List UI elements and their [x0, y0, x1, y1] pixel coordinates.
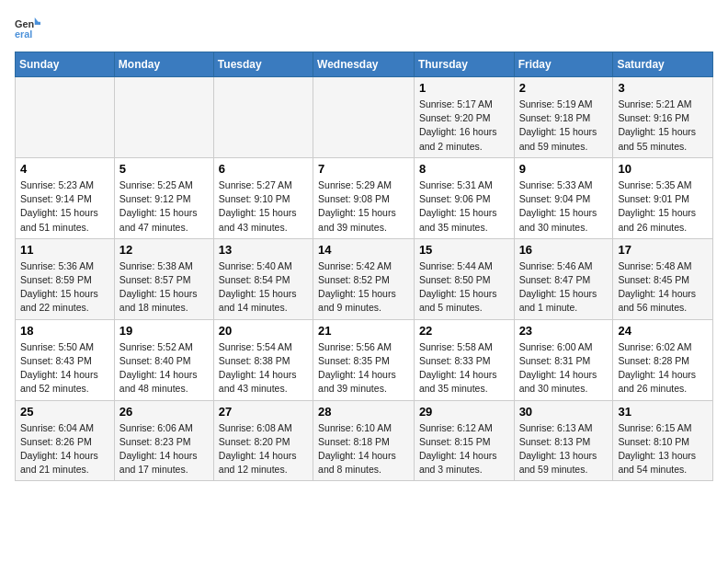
day-cell: 24Sunrise: 6:02 AMSunset: 8:28 PMDayligh… [613, 319, 713, 400]
week-row-5: 25Sunrise: 6:04 AMSunset: 8:26 PMDayligh… [16, 400, 713, 481]
day-cell: 4Sunrise: 5:23 AMSunset: 9:14 PMDaylight… [16, 157, 115, 238]
day-number: 11 [20, 243, 109, 257]
day-number: 10 [618, 162, 708, 176]
day-cell: 20Sunrise: 5:54 AMSunset: 8:38 PMDayligh… [213, 319, 313, 400]
day-cell: 15Sunrise: 5:44 AMSunset: 8:50 PMDayligh… [414, 238, 514, 319]
day-info: Sunrise: 5:35 AMSunset: 9:01 PMDaylight:… [618, 178, 708, 235]
day-info: Sunrise: 6:13 AMSunset: 8:13 PMDaylight:… [519, 421, 609, 477]
day-number: 2 [519, 81, 609, 95]
day-cell [114, 77, 213, 158]
day-number: 17 [618, 243, 708, 257]
day-number: 27 [219, 405, 308, 419]
day-number: 13 [219, 243, 308, 257]
day-info: Sunrise: 5:23 AMSunset: 9:14 PMDaylight:… [20, 178, 109, 235]
week-row-4: 18Sunrise: 5:50 AMSunset: 8:43 PMDayligh… [16, 319, 713, 400]
day-cell: 21Sunrise: 5:56 AMSunset: 8:35 PMDayligh… [313, 319, 415, 400]
header: Gen eral [15, 15, 713, 40]
day-cell: 2Sunrise: 5:19 AMSunset: 9:18 PMDaylight… [514, 77, 613, 158]
day-cell: 10Sunrise: 5:35 AMSunset: 9:01 PMDayligh… [613, 157, 713, 238]
day-cell: 7Sunrise: 5:29 AMSunset: 9:08 PMDaylight… [313, 157, 415, 238]
header-monday: Monday [114, 52, 213, 77]
header-sunday: Sunday [16, 52, 115, 77]
day-info: Sunrise: 5:58 AMSunset: 8:33 PMDaylight:… [419, 340, 509, 396]
day-info: Sunrise: 5:29 AMSunset: 9:08 PMDaylight:… [318, 178, 409, 235]
logo-icon: Gen eral [15, 15, 40, 40]
day-info: Sunrise: 6:02 AMSunset: 8:28 PMDaylight:… [618, 340, 708, 396]
day-number: 1 [419, 81, 509, 95]
day-number: 22 [419, 324, 509, 338]
week-row-2: 4Sunrise: 5:23 AMSunset: 9:14 PMDaylight… [16, 157, 713, 238]
day-number: 8 [419, 162, 509, 176]
day-number: 28 [318, 405, 409, 419]
day-info: Sunrise: 5:44 AMSunset: 8:50 PMDaylight:… [419, 259, 509, 316]
day-info: Sunrise: 5:50 AMSunset: 8:43 PMDaylight:… [20, 340, 109, 396]
day-cell: 8Sunrise: 5:31 AMSunset: 9:06 PMDaylight… [414, 157, 514, 238]
day-info: Sunrise: 5:27 AMSunset: 9:10 PMDaylight:… [219, 178, 308, 235]
day-cell: 28Sunrise: 6:10 AMSunset: 8:18 PMDayligh… [313, 400, 415, 481]
day-cell: 16Sunrise: 5:46 AMSunset: 8:47 PMDayligh… [514, 238, 613, 319]
day-info: Sunrise: 5:40 AMSunset: 8:54 PMDaylight:… [219, 259, 308, 316]
day-cell: 6Sunrise: 5:27 AMSunset: 9:10 PMDaylight… [213, 157, 313, 238]
day-info: Sunrise: 5:33 AMSunset: 9:04 PMDaylight:… [519, 178, 609, 235]
day-cell: 27Sunrise: 6:08 AMSunset: 8:20 PMDayligh… [213, 400, 313, 481]
day-cell: 31Sunrise: 6:15 AMSunset: 8:10 PMDayligh… [613, 400, 713, 481]
header-friday: Friday [514, 52, 613, 77]
day-info: Sunrise: 5:52 AMSunset: 8:40 PMDaylight:… [119, 340, 209, 396]
day-cell: 12Sunrise: 5:38 AMSunset: 8:57 PMDayligh… [114, 238, 213, 319]
day-number: 4 [20, 162, 109, 176]
day-info: Sunrise: 5:31 AMSunset: 9:06 PMDaylight:… [419, 178, 509, 235]
week-row-3: 11Sunrise: 5:36 AMSunset: 8:59 PMDayligh… [16, 238, 713, 319]
day-info: Sunrise: 6:04 AMSunset: 8:26 PMDaylight:… [20, 421, 109, 477]
day-cell: 9Sunrise: 5:33 AMSunset: 9:04 PMDaylight… [514, 157, 613, 238]
day-cell: 17Sunrise: 5:48 AMSunset: 8:45 PMDayligh… [613, 238, 713, 319]
day-info: Sunrise: 5:21 AMSunset: 9:16 PMDaylight:… [618, 98, 708, 154]
svg-rect-3 [35, 22, 40, 25]
day-number: 20 [219, 324, 308, 338]
day-info: Sunrise: 5:17 AMSunset: 9:20 PMDaylight:… [419, 98, 509, 154]
day-cell: 26Sunrise: 6:06 AMSunset: 8:23 PMDayligh… [114, 400, 213, 481]
day-number: 30 [519, 405, 609, 419]
day-info: Sunrise: 5:19 AMSunset: 9:18 PMDaylight:… [519, 98, 609, 154]
day-info: Sunrise: 5:25 AMSunset: 9:12 PMDaylight:… [119, 178, 209, 235]
day-number: 29 [419, 405, 509, 419]
day-number: 16 [519, 243, 609, 257]
day-cell [213, 77, 313, 158]
header-wednesday: Wednesday [313, 52, 415, 77]
calendar-header-row: SundayMondayTuesdayWednesdayThursdayFrid… [16, 52, 713, 77]
day-number: 3 [618, 81, 708, 95]
logo: Gen eral [15, 15, 44, 40]
day-info: Sunrise: 6:00 AMSunset: 8:31 PMDaylight:… [519, 340, 609, 396]
day-cell: 30Sunrise: 6:13 AMSunset: 8:13 PMDayligh… [514, 400, 613, 481]
day-number: 26 [119, 405, 209, 419]
day-cell: 3Sunrise: 5:21 AMSunset: 9:16 PMDaylight… [613, 77, 713, 158]
day-info: Sunrise: 6:10 AMSunset: 8:18 PMDaylight:… [318, 421, 409, 477]
day-cell: 23Sunrise: 6:00 AMSunset: 8:31 PMDayligh… [514, 319, 613, 400]
day-number: 21 [318, 324, 409, 338]
day-cell: 5Sunrise: 5:25 AMSunset: 9:12 PMDaylight… [114, 157, 213, 238]
svg-text:eral: eral [15, 29, 32, 40]
day-info: Sunrise: 5:42 AMSunset: 8:52 PMDaylight:… [318, 259, 409, 316]
day-info: Sunrise: 5:46 AMSunset: 8:47 PMDaylight:… [519, 259, 609, 316]
header-tuesday: Tuesday [213, 52, 313, 77]
day-cell: 11Sunrise: 5:36 AMSunset: 8:59 PMDayligh… [16, 238, 115, 319]
day-number: 23 [519, 324, 609, 338]
day-number: 7 [318, 162, 409, 176]
day-number: 25 [20, 405, 109, 419]
day-cell: 19Sunrise: 5:52 AMSunset: 8:40 PMDayligh… [114, 319, 213, 400]
day-cell [16, 77, 115, 158]
header-saturday: Saturday [613, 52, 713, 77]
week-row-1: 1Sunrise: 5:17 AMSunset: 9:20 PMDaylight… [16, 77, 713, 158]
day-number: 14 [318, 243, 409, 257]
day-info: Sunrise: 6:15 AMSunset: 8:10 PMDaylight:… [618, 421, 708, 477]
day-number: 18 [20, 324, 109, 338]
day-info: Sunrise: 6:08 AMSunset: 8:20 PMDaylight:… [219, 421, 308, 477]
header-thursday: Thursday [414, 52, 514, 77]
day-cell: 18Sunrise: 5:50 AMSunset: 8:43 PMDayligh… [16, 319, 115, 400]
day-cell [313, 77, 415, 158]
day-number: 9 [519, 162, 609, 176]
day-number: 15 [419, 243, 509, 257]
day-cell: 22Sunrise: 5:58 AMSunset: 8:33 PMDayligh… [414, 319, 514, 400]
day-info: Sunrise: 6:06 AMSunset: 8:23 PMDaylight:… [119, 421, 209, 477]
day-number: 12 [119, 243, 209, 257]
day-number: 19 [119, 324, 209, 338]
